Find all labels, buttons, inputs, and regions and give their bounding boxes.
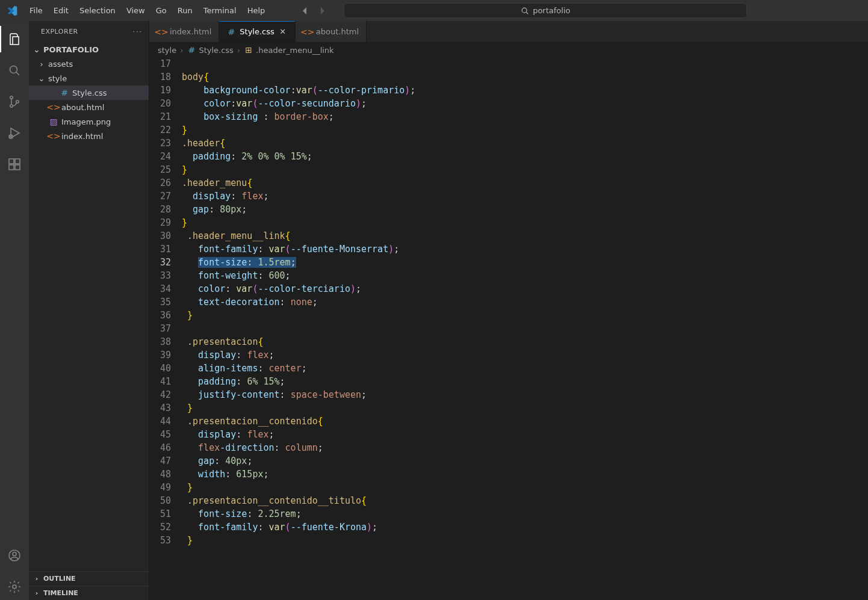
tab-label: index.html — [170, 27, 211, 36]
svg-point-13 — [13, 552, 16, 556]
timeline-label: TIMELINE — [43, 589, 78, 597]
tab-bar: <>index.html#Style.css✕<>about.html — [149, 21, 868, 43]
file-Style.css[interactable]: #Style.css — [29, 85, 149, 100]
chevron-right-icon: › — [37, 60, 46, 69]
svg-point-2 — [10, 66, 17, 73]
tab-label: about.html — [316, 27, 359, 36]
svg-point-6 — [16, 101, 19, 103]
explorer-root[interactable]: ⌄ PORTAFOLIO — [29, 42, 149, 57]
menu-file[interactable]: File — [24, 4, 48, 17]
svg-point-0 — [522, 8, 527, 13]
sidebar-header: EXPLORER ··· — [29, 21, 149, 42]
menu-go[interactable]: Go — [150, 4, 172, 17]
svg-line-3 — [16, 72, 19, 75]
activity-settings[interactable] — [0, 574, 29, 600]
html-icon: <> — [157, 27, 166, 37]
tree-label: about.html — [61, 103, 104, 112]
image-icon: ▨ — [48, 117, 59, 126]
svg-rect-8 — [9, 159, 14, 164]
nav-arrows — [297, 4, 330, 18]
editor-area: <>index.html#Style.css✕<>about.html styl… — [149, 21, 868, 600]
svg-rect-9 — [9, 165, 14, 170]
line-gutter: 1718192021222324252627282930313233343536… — [149, 57, 182, 600]
menu-edit[interactable]: Edit — [48, 4, 74, 17]
tree-label: Style.css — [72, 88, 107, 97]
timeline-section[interactable]: › TIMELINE — [29, 586, 149, 600]
svg-rect-11 — [15, 159, 20, 164]
breadcrumb[interactable]: style›#Style.css›⊞.header_menu__link — [149, 43, 868, 57]
chevron-down-icon: ⌄ — [37, 74, 46, 83]
activity-source-control[interactable] — [0, 88, 29, 115]
tab-index.html[interactable]: <>index.html — [149, 21, 219, 42]
html-icon: <> — [48, 102, 59, 112]
nav-back-icon[interactable] — [297, 4, 314, 18]
css-icon: # — [59, 88, 70, 97]
command-center-text: portafolio — [533, 6, 570, 15]
file-index.html[interactable]: <>index.html — [29, 129, 149, 143]
chevron-right-icon: › — [180, 46, 183, 55]
sidebar-title: EXPLORER — [41, 28, 78, 36]
chevron-down-icon: ⌄ — [33, 45, 41, 54]
svg-point-5 — [10, 105, 13, 107]
menu-run[interactable]: Run — [172, 4, 198, 17]
tab-Style.css[interactable]: #Style.css✕ — [219, 21, 295, 42]
crumb-style[interactable]: style — [158, 46, 176, 55]
activity-explorer[interactable] — [0, 26, 29, 52]
crumb-Style.css[interactable]: #Style.css — [187, 45, 233, 55]
root-label: PORTAFOLIO — [43, 45, 99, 54]
activity-search[interactable] — [0, 57, 29, 84]
vscode-icon — [6, 5, 18, 17]
outline-section[interactable]: › OUTLINE — [29, 571, 149, 586]
title-bar: FileEditSelectionViewGoRunTerminalHelp p… — [0, 0, 868, 21]
folder-assets[interactable]: ›assets — [29, 57, 149, 71]
css-icon: # — [187, 45, 196, 55]
crumb-.header_menu__link[interactable]: ⊞.header_menu__link — [244, 45, 334, 55]
outline-label: OUTLINE — [43, 575, 76, 583]
file-about.html[interactable]: <>about.html — [29, 100, 149, 114]
command-center[interactable]: portafolio — [344, 3, 747, 18]
tree-label: assets — [48, 60, 73, 69]
symbol-icon: ⊞ — [244, 45, 253, 55]
activity-extensions[interactable] — [0, 151, 29, 178]
menu-selection[interactable]: Selection — [74, 4, 121, 17]
activity-run-debug[interactable] — [0, 120, 29, 146]
tree-label: index.html — [61, 132, 103, 141]
sidebar: EXPLORER ··· ⌄ PORTAFOLIO ›assets⌄style#… — [29, 21, 149, 600]
svg-point-4 — [10, 96, 13, 99]
tree-label: style — [48, 74, 67, 83]
code-editor[interactable]: 1718192021222324252627282930313233343536… — [149, 57, 868, 600]
chevron-right-icon: › — [33, 575, 41, 583]
search-icon — [521, 7, 529, 15]
close-icon[interactable]: ✕ — [278, 27, 288, 36]
menu-help[interactable]: Help — [242, 4, 271, 17]
tab-label: Style.css — [240, 27, 274, 36]
svg-point-14 — [13, 585, 16, 589]
nav-forward-icon[interactable] — [314, 4, 330, 18]
chevron-right-icon: › — [33, 589, 41, 597]
code-lines[interactable]: body{ background-color:var(--color-prima… — [182, 57, 868, 600]
file-Imagem.png[interactable]: ▨Imagem.png — [29, 114, 149, 129]
html-icon: <> — [303, 27, 312, 37]
svg-rect-10 — [15, 165, 20, 170]
more-icon[interactable]: ··· — [133, 28, 143, 36]
tree-label: Imagem.png — [61, 117, 111, 126]
activity-accounts[interactable] — [0, 542, 29, 569]
crumb-label: .header_menu__link — [256, 46, 334, 55]
menu-view[interactable]: View — [121, 4, 150, 17]
chevron-right-icon: › — [237, 46, 240, 55]
svg-line-1 — [526, 12, 528, 14]
crumb-label: Style.css — [199, 46, 233, 55]
tab-about.html[interactable]: <>about.html — [296, 21, 367, 42]
folder-style[interactable]: ⌄style — [29, 71, 149, 85]
file-tree: ›assets⌄style#Style.css<>about.html▨Imag… — [29, 57, 149, 571]
crumb-label: style — [158, 46, 176, 55]
menu-bar: FileEditSelectionViewGoRunTerminalHelp — [24, 6, 270, 15]
html-icon: <> — [48, 131, 59, 141]
menu-terminal[interactable]: Terminal — [198, 4, 242, 17]
activity-bar — [0, 21, 29, 600]
css-icon: # — [226, 27, 236, 37]
